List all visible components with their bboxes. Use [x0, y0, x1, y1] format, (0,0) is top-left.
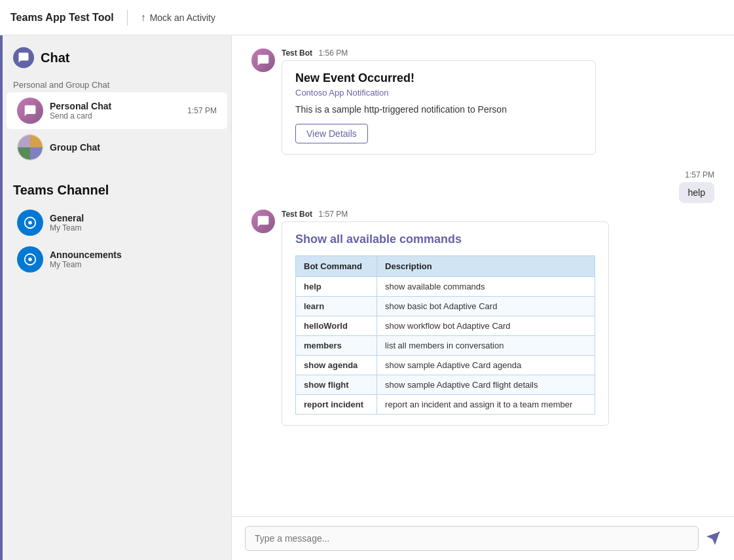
user-message-bubble: help	[679, 182, 714, 203]
announcements-channel-name: Announcements	[50, 250, 217, 260]
description-cell: show sample Adaptive Card agenda	[377, 356, 595, 375]
bot-sender-name-2: Test Bot	[282, 210, 312, 219]
description-cell: show available commands	[377, 277, 595, 297]
chat-area: Test Bot 1:56 PM New Event Occurred! Con…	[232, 35, 734, 560]
card-body: This is a sample http-triggered notifica…	[295, 104, 582, 115]
command-cell: helloWorld	[296, 316, 377, 336]
command-row: helpshow available commands	[296, 277, 595, 297]
user-message: 1:57 PM help	[251, 170, 714, 203]
commands-table-header: Bot Command Description	[296, 256, 595, 277]
col-header-command: Bot Command	[296, 256, 377, 277]
send-button[interactable]	[705, 531, 721, 546]
bot-message-1-time: 1:56 PM	[318, 48, 348, 58]
commands-table: Bot Command Description helpshow availab…	[295, 255, 595, 415]
user-message-time: 1:57 PM	[685, 170, 714, 179]
bot-message-1: Test Bot 1:56 PM New Event Occurred! Con…	[251, 48, 714, 155]
user-message-content: 1:57 PM help	[679, 170, 714, 203]
description-cell: report an incident and assign it to a te…	[377, 395, 595, 415]
description-cell: show sample Adaptive Card flight details	[377, 375, 595, 395]
chat-messages: Test Bot 1:56 PM New Event Occurred! Con…	[232, 35, 734, 516]
general-channel-name: General	[50, 213, 217, 223]
bot-sender-name-1: Test Bot	[282, 48, 312, 58]
description-cell: list all members in conversation	[377, 336, 595, 356]
bot-message-2-content: Test Bot 1:57 PM Show all available comm…	[282, 210, 714, 426]
main-area: Chat Personal and Group Chat Personal Ch…	[0, 35, 734, 560]
command-cell: members	[296, 336, 377, 356]
input-bar	[232, 516, 734, 560]
card-subtitle: Contoso App Notification	[295, 88, 582, 98]
message-input[interactable]	[245, 526, 699, 551]
sidebar-chat-header: Chat	[3, 35, 231, 75]
command-cell: show flight	[296, 375, 377, 395]
sidebar-item-announcements[interactable]: Announcements My Team	[7, 241, 227, 278]
command-row: show agendashow sample Adaptive Card age…	[296, 356, 595, 375]
group-chat-avatar	[17, 134, 43, 160]
group-avatar-cell1	[18, 135, 30, 147]
group-avatar-cell2	[30, 135, 43, 147]
personal-chat-name: Personal Chat	[50, 101, 181, 111]
sidebar-item-group-chat[interactable]: Group Chat	[7, 129, 227, 166]
general-channel-info: General My Team	[50, 213, 217, 233]
col-header-description: Description	[377, 256, 595, 277]
mock-activity-label: Mock an Activity	[150, 12, 215, 23]
card-title: New Event Occurred!	[295, 71, 582, 85]
topbar-divider	[127, 10, 128, 26]
bot-avatar-2	[251, 210, 275, 233]
description-cell: show workflow bot Adaptive Card	[377, 316, 595, 336]
svg-point-3	[28, 257, 32, 261]
notification-card: New Event Occurred! Contoso App Notifica…	[282, 60, 596, 155]
sidebar-chat-subsection: Personal and Group Chat	[3, 75, 231, 92]
sidebar: Chat Personal and Group Chat Personal Ch…	[3, 35, 232, 560]
command-row: memberslist all members in conversation	[296, 336, 595, 356]
bot-message-2: Test Bot 1:57 PM Show all available comm…	[251, 210, 714, 426]
command-cell: learn	[296, 297, 377, 316]
command-cell: help	[296, 277, 377, 297]
description-cell: show basic bot Adaptive Card	[377, 297, 595, 316]
announcements-channel-avatar	[17, 246, 43, 272]
personal-chat-time: 1:57 PM	[187, 106, 217, 115]
general-channel-team: My Team	[50, 223, 217, 233]
announcements-channel-team: My Team	[50, 260, 217, 269]
view-details-button[interactable]: View Details	[295, 124, 368, 143]
group-chat-info: Group Chat	[50, 142, 217, 153]
group-chat-name: Group Chat	[50, 142, 217, 153]
sidebar-chat-title: Chat	[41, 50, 69, 65]
bot-avatar-1	[251, 48, 275, 72]
bot-message-1-content: Test Bot 1:56 PM New Event Occurred! Con…	[282, 48, 714, 155]
upload-icon: ↑	[141, 12, 146, 24]
sidebar-item-personal-chat[interactable]: Personal Chat Send a card 1:57 PM	[7, 92, 227, 129]
topbar: Teams App Test Tool ↑ Mock an Activity	[0, 0, 734, 35]
general-channel-avatar	[17, 210, 43, 236]
sidebar-item-general[interactable]: General My Team	[7, 204, 227, 241]
mock-activity-button[interactable]: ↑ Mock an Activity	[141, 12, 215, 24]
sidebar-teams-channel-section: Teams Channel General My Team	[3, 176, 231, 278]
group-avatar-cell4	[30, 147, 43, 160]
command-row: helloWorldshow workflow bot Adaptive Car…	[296, 316, 595, 336]
app-title: Teams App Test Tool	[10, 12, 114, 24]
command-cell: report incident	[296, 395, 377, 415]
personal-chat-sub: Send a card	[50, 111, 181, 121]
svg-point-1	[28, 221, 32, 225]
bot-message-2-time: 1:57 PM	[318, 210, 348, 219]
chat-icon	[13, 47, 34, 68]
bot-message-1-meta: Test Bot 1:56 PM	[282, 48, 714, 58]
command-row: report incidentreport an incident and as…	[296, 395, 595, 415]
commands-card: Show all available commands Bot Command …	[282, 221, 609, 426]
sidebar-teams-title: Teams Channel	[13, 183, 109, 198]
commands-title: Show all available commands	[295, 233, 595, 246]
sidebar-teams-header: Teams Channel	[3, 176, 231, 204]
announcements-channel-info: Announcements My Team	[50, 250, 217, 269]
bot-message-2-meta: Test Bot 1:57 PM	[282, 210, 714, 219]
personal-chat-avatar	[17, 98, 43, 124]
personal-chat-info: Personal Chat Send a card	[50, 101, 181, 121]
command-cell: show agenda	[296, 356, 377, 375]
svg-marker-5	[706, 532, 720, 545]
command-row: show flightshow sample Adaptive Card fli…	[296, 375, 595, 395]
group-avatar-cell3	[18, 147, 30, 160]
command-row: learnshow basic bot Adaptive Card	[296, 297, 595, 316]
